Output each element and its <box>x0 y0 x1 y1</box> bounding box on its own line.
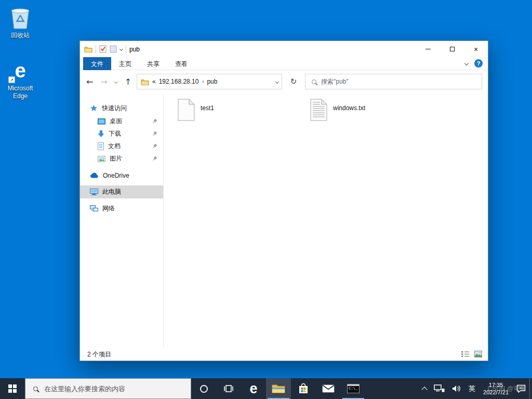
help-icon[interactable]: ? <box>474 59 483 68</box>
cortana-button[interactable] <box>191 378 216 399</box>
item-count: 2 个项目 <box>87 350 111 359</box>
explorer-search-box[interactable] <box>305 74 482 89</box>
command-prompt-icon <box>347 384 360 393</box>
maximize-icon <box>450 47 455 51</box>
file-item-windows-txt[interactable]: windows.txt <box>309 98 436 126</box>
window-title: pub <box>129 46 140 53</box>
sidebar-item-quick-access[interactable]: 快速访问 <box>80 102 163 115</box>
navigation-toolbar: ← → ↑ « 192.168.28.10 › pub ↻ <box>80 70 488 93</box>
network-tray-button[interactable] <box>430 378 448 399</box>
network-status-icon <box>434 384 445 393</box>
up-button[interactable]: ↑ <box>125 77 131 87</box>
taskbar: e <box>0 378 532 399</box>
tab-view[interactable]: 查看 <box>167 57 195 70</box>
expand-ribbon-icon[interactable] <box>464 61 469 65</box>
minimize-icon <box>425 49 431 49</box>
desktop-icon-recycle-bin[interactable]: 回收站 <box>0 4 41 39</box>
generic-file-icon <box>178 99 195 121</box>
navigation-pane: 快速访问 桌面 下载 <box>80 94 164 348</box>
action-center-icon <box>516 384 526 393</box>
minimize-button[interactable] <box>416 41 440 57</box>
text-file-icon <box>310 99 327 121</box>
address-bar[interactable]: « 192.168.28.10 › pub <box>137 74 282 89</box>
explorer-search-input[interactable] <box>321 78 451 85</box>
documents-icon <box>98 142 104 150</box>
taskbar-store-button[interactable] <box>291 378 316 399</box>
sidebar-item-network[interactable]: 网络 <box>80 202 163 215</box>
sidebar-item-downloads[interactable]: 下载 <box>80 127 163 140</box>
taskbar-cmd-button[interactable] <box>341 378 366 399</box>
show-desktop-button[interactable] <box>529 378 532 399</box>
folder-icon <box>84 46 92 52</box>
details-view-button[interactable] <box>460 350 470 358</box>
sidebar-item-documents[interactable]: 文档 <box>80 140 163 153</box>
taskbar-mail-button[interactable] <box>316 378 341 399</box>
large-icons-view-icon <box>474 351 482 357</box>
pin-icon <box>151 118 158 125</box>
system-tray: 英 17:35 2022/7/21 <box>419 378 532 399</box>
desktop-icon-label: Microsoft Edge <box>0 85 41 100</box>
file-list: test1 windows.txt <box>164 94 488 348</box>
desktop: 回收站 e ↗ Microsoft Edge <box>0 0 532 399</box>
recent-locations-icon[interactable] <box>114 79 118 83</box>
task-view-icon <box>223 384 234 393</box>
pin-icon <box>151 155 158 162</box>
file-name: test1 <box>201 104 214 112</box>
action-center-button[interactable] <box>513 378 529 399</box>
close-icon: × <box>474 46 478 53</box>
tab-file[interactable]: 文件 <box>83 57 111 70</box>
taskbar-search-box[interactable] <box>25 378 191 399</box>
new-folder-icon[interactable] <box>110 45 117 53</box>
clock-date: 2022/7/21 <box>483 389 509 396</box>
maximize-button[interactable] <box>440 41 464 57</box>
network-icon <box>90 205 98 212</box>
folder-icon <box>141 78 149 85</box>
sidebar-item-onedrive[interactable]: OneDrive <box>80 169 163 182</box>
close-button[interactable]: × <box>464 41 488 57</box>
task-view-button[interactable] <box>216 378 241 399</box>
this-pc-icon <box>90 189 98 195</box>
cortana-icon <box>200 385 208 393</box>
sidebar-item-pictures[interactable]: 图片 <box>80 152 163 165</box>
desktop-icon <box>98 118 105 125</box>
sidebar-item-desktop[interactable]: 桌面 <box>80 115 163 128</box>
address-dropdown-icon[interactable] <box>275 79 279 83</box>
taskbar-clock[interactable]: 17:35 2022/7/21 <box>479 381 513 396</box>
hidden-icons-button[interactable] <box>419 378 430 399</box>
start-button[interactable] <box>0 378 25 399</box>
taskbar-file-explorer-button[interactable] <box>266 378 291 399</box>
pin-icon <box>151 130 158 137</box>
mail-icon <box>322 384 335 393</box>
onedrive-cloud-icon <box>90 172 99 178</box>
tab-home[interactable]: 主页 <box>111 57 139 70</box>
pin-icon <box>151 143 158 150</box>
qat-customize-icon[interactable] <box>119 47 123 51</box>
search-icon <box>33 387 38 391</box>
refresh-button[interactable]: ↻ <box>286 74 301 89</box>
breadcrumb-host[interactable]: 192.168.28.10 <box>159 78 199 85</box>
store-icon <box>298 383 309 394</box>
breadcrumb-separator: › <box>202 78 204 85</box>
large-icons-view-button[interactable] <box>473 350 483 358</box>
back-button[interactable]: ← <box>86 77 93 87</box>
file-item-test1[interactable]: test1 <box>177 98 304 126</box>
edge-logo-icon: e ↗ <box>8 59 32 83</box>
details-view-icon <box>461 351 469 357</box>
tab-share[interactable]: 共享 <box>139 57 167 70</box>
volume-tray-button[interactable] <box>448 378 465 399</box>
quick-access-star-icon <box>90 104 98 112</box>
breadcrumb-folder[interactable]: pub <box>207 78 217 85</box>
ribbon-tabs: 文件 主页 共享 查看 ? <box>80 57 488 70</box>
desktop-icon-edge[interactable]: e ↗ Microsoft Edge <box>0 57 41 100</box>
downloads-icon <box>98 130 104 137</box>
window-titlebar[interactable]: pub × <box>80 41 488 57</box>
breadcrumb-collapse[interactable]: « <box>152 78 156 85</box>
search-icon <box>312 79 316 84</box>
taskbar-search-input[interactable] <box>44 385 177 393</box>
sidebar-item-this-pc[interactable]: 此电脑 <box>80 185 163 198</box>
windows-logo-icon <box>8 384 17 393</box>
input-language-button[interactable]: 英 <box>465 378 479 399</box>
taskbar-edge-button[interactable]: e <box>241 378 266 399</box>
explorer-window: pub × 文件 主页 共享 查看 ? ← <box>79 41 488 361</box>
properties-icon[interactable] <box>99 45 107 53</box>
